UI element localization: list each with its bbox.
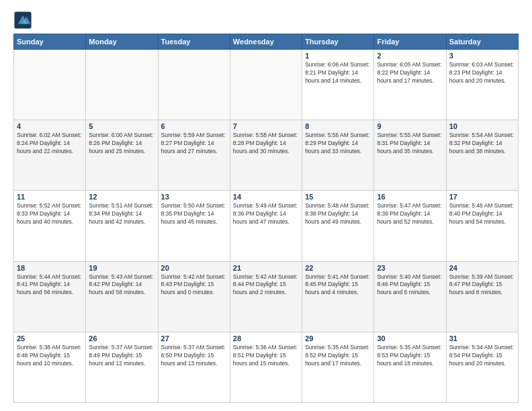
day-info: Sunrise: 5:41 AM Sunset: 8:45 PM Dayligh…	[305, 273, 371, 298]
calendar-cell-w4d3: 28Sunrise: 5:36 AM Sunset: 8:51 PM Dayli…	[230, 332, 302, 402]
day-number: 2	[377, 52, 443, 60]
calendar-week-0: 1Sunrise: 6:06 AM Sunset: 8:21 PM Daylig…	[14, 50, 519, 120]
calendar-cell-w1d6: 10Sunrise: 5:54 AM Sunset: 8:32 PM Dayli…	[446, 120, 518, 191]
calendar-cell-w1d1: 5Sunrise: 6:00 AM Sunset: 8:26 PM Daylig…	[86, 120, 158, 191]
day-number: 30	[377, 334, 443, 342]
day-info: Sunrise: 5:54 AM Sunset: 8:32 PM Dayligh…	[449, 132, 515, 156]
day-number: 16	[377, 193, 443, 201]
day-info: Sunrise: 5:56 AM Sunset: 8:29 PM Dayligh…	[305, 132, 371, 156]
calendar-cell-w2d3: 14Sunrise: 5:49 AM Sunset: 8:36 PM Dayli…	[230, 191, 302, 261]
day-number: 29	[305, 334, 371, 342]
day-number: 23	[377, 264, 443, 272]
day-info: Sunrise: 5:55 AM Sunset: 8:31 PM Dayligh…	[377, 132, 443, 156]
day-number: 18	[17, 264, 83, 272]
header	[13, 11, 519, 30]
calendar-cell-w0d5: 2Sunrise: 6:05 AM Sunset: 8:22 PM Daylig…	[374, 50, 446, 120]
day-number: 22	[305, 264, 371, 272]
day-info: Sunrise: 5:52 AM Sunset: 8:33 PM Dayligh…	[17, 202, 83, 226]
calendar-cell-w1d0: 4Sunrise: 6:02 AM Sunset: 8:24 PM Daylig…	[14, 120, 86, 191]
calendar-table: SundayMondayTuesdayWednesdayThursdayFrid…	[13, 34, 519, 403]
calendar-cell-w0d3	[230, 50, 302, 120]
calendar-cell-w0d0	[14, 50, 86, 120]
day-number: 26	[89, 334, 154, 342]
calendar-cell-w0d1	[86, 50, 158, 120]
calendar-cell-w3d6: 24Sunrise: 5:39 AM Sunset: 8:47 PM Dayli…	[446, 261, 518, 332]
calendar-cell-w2d6: 17Sunrise: 5:46 AM Sunset: 8:40 PM Dayli…	[446, 191, 518, 261]
day-info: Sunrise: 5:49 AM Sunset: 8:36 PM Dayligh…	[233, 202, 299, 226]
calendar-header-tuesday: Tuesday	[158, 34, 230, 50]
calendar-week-3: 18Sunrise: 5:44 AM Sunset: 8:41 PM Dayli…	[14, 261, 519, 332]
day-info: Sunrise: 6:03 AM Sunset: 8:23 PM Dayligh…	[449, 61, 515, 85]
day-info: Sunrise: 6:05 AM Sunset: 8:22 PM Dayligh…	[377, 61, 443, 85]
calendar-header-wednesday: Wednesday	[230, 34, 302, 50]
day-number: 31	[449, 334, 515, 342]
day-info: Sunrise: 5:42 AM Sunset: 8:44 PM Dayligh…	[233, 273, 299, 298]
calendar-cell-w0d2	[158, 50, 230, 120]
day-number: 5	[89, 122, 154, 130]
logo-icon	[13, 11, 32, 30]
day-number: 10	[449, 122, 515, 130]
day-info: Sunrise: 5:36 AM Sunset: 8:51 PM Dayligh…	[233, 344, 299, 368]
calendar-cell-w3d3: 21Sunrise: 5:42 AM Sunset: 8:44 PM Dayli…	[230, 261, 302, 332]
day-number: 7	[233, 122, 299, 130]
day-info: Sunrise: 6:06 AM Sunset: 8:21 PM Dayligh…	[305, 61, 371, 85]
day-number: 13	[161, 193, 227, 201]
day-info: Sunrise: 5:35 AM Sunset: 8:53 PM Dayligh…	[377, 344, 443, 368]
calendar-header-friday: Friday	[374, 34, 446, 50]
calendar-cell-w4d0: 25Sunrise: 5:38 AM Sunset: 8:48 PM Dayli…	[14, 332, 86, 402]
calendar-header-sunday: Sunday	[14, 34, 86, 50]
calendar-cell-w2d4: 15Sunrise: 5:48 AM Sunset: 8:38 PM Dayli…	[302, 191, 374, 261]
day-info: Sunrise: 5:38 AM Sunset: 8:48 PM Dayligh…	[17, 344, 83, 368]
calendar-header-row: SundayMondayTuesdayWednesdayThursdayFrid…	[14, 34, 519, 50]
calendar-cell-w2d5: 16Sunrise: 5:47 AM Sunset: 8:39 PM Dayli…	[374, 191, 446, 261]
day-number: 17	[449, 193, 515, 201]
day-info: Sunrise: 5:47 AM Sunset: 8:39 PM Dayligh…	[377, 202, 443, 226]
day-info: Sunrise: 6:02 AM Sunset: 8:24 PM Dayligh…	[17, 132, 83, 156]
day-info: Sunrise: 5:35 AM Sunset: 8:52 PM Dayligh…	[305, 344, 371, 368]
day-number: 11	[17, 193, 83, 201]
day-info: Sunrise: 5:58 AM Sunset: 8:28 PM Dayligh…	[233, 132, 299, 156]
calendar-cell-w4d1: 26Sunrise: 5:37 AM Sunset: 8:49 PM Dayli…	[86, 332, 158, 402]
day-info: Sunrise: 5:59 AM Sunset: 8:27 PM Dayligh…	[161, 132, 227, 156]
day-info: Sunrise: 6:00 AM Sunset: 8:26 PM Dayligh…	[89, 132, 154, 156]
calendar-cell-w1d5: 9Sunrise: 5:55 AM Sunset: 8:31 PM Daylig…	[374, 120, 446, 191]
calendar-cell-w4d4: 29Sunrise: 5:35 AM Sunset: 8:52 PM Dayli…	[302, 332, 374, 402]
calendar-week-1: 4Sunrise: 6:02 AM Sunset: 8:24 PM Daylig…	[14, 120, 519, 191]
calendar-week-4: 25Sunrise: 5:38 AM Sunset: 8:48 PM Dayli…	[14, 332, 519, 402]
day-number: 15	[305, 193, 371, 201]
calendar-cell-w4d6: 31Sunrise: 5:34 AM Sunset: 8:54 PM Dayli…	[446, 332, 518, 402]
day-number: 25	[17, 334, 83, 342]
calendar-week-2: 11Sunrise: 5:52 AM Sunset: 8:33 PM Dayli…	[14, 191, 519, 261]
calendar-cell-w1d3: 7Sunrise: 5:58 AM Sunset: 8:28 PM Daylig…	[230, 120, 302, 191]
day-info: Sunrise: 5:37 AM Sunset: 8:49 PM Dayligh…	[89, 344, 154, 368]
day-info: Sunrise: 5:48 AM Sunset: 8:38 PM Dayligh…	[305, 202, 371, 226]
calendar-cell-w2d0: 11Sunrise: 5:52 AM Sunset: 8:33 PM Dayli…	[14, 191, 86, 261]
day-info: Sunrise: 5:34 AM Sunset: 8:54 PM Dayligh…	[449, 344, 515, 368]
calendar-cell-w0d6: 3Sunrise: 6:03 AM Sunset: 8:23 PM Daylig…	[446, 50, 518, 120]
calendar-cell-w3d0: 18Sunrise: 5:44 AM Sunset: 8:41 PM Dayli…	[14, 261, 86, 332]
day-info: Sunrise: 5:39 AM Sunset: 8:47 PM Dayligh…	[449, 273, 515, 298]
calendar-cell-w4d2: 27Sunrise: 5:37 AM Sunset: 8:50 PM Dayli…	[158, 332, 230, 402]
page: SundayMondayTuesdayWednesdayThursdayFrid…	[0, 0, 532, 411]
day-info: Sunrise: 5:51 AM Sunset: 8:34 PM Dayligh…	[89, 202, 154, 226]
calendar-header-saturday: Saturday	[446, 34, 518, 50]
day-number: 19	[89, 264, 154, 272]
day-number: 27	[161, 334, 227, 342]
calendar-cell-w0d4: 1Sunrise: 6:06 AM Sunset: 8:21 PM Daylig…	[302, 50, 374, 120]
calendar-header-thursday: Thursday	[302, 34, 374, 50]
day-info: Sunrise: 5:43 AM Sunset: 8:42 PM Dayligh…	[89, 273, 154, 298]
day-info: Sunrise: 5:40 AM Sunset: 8:46 PM Dayligh…	[377, 273, 443, 298]
day-number: 28	[233, 334, 299, 342]
calendar-cell-w1d2: 6Sunrise: 5:59 AM Sunset: 8:27 PM Daylig…	[158, 120, 230, 191]
day-number: 8	[305, 122, 371, 130]
calendar-cell-w4d5: 30Sunrise: 5:35 AM Sunset: 8:53 PM Dayli…	[374, 332, 446, 402]
calendar-cell-w3d2: 20Sunrise: 5:42 AM Sunset: 8:43 PM Dayli…	[158, 261, 230, 332]
calendar-cell-w2d2: 13Sunrise: 5:50 AM Sunset: 8:35 PM Dayli…	[158, 191, 230, 261]
day-info: Sunrise: 5:42 AM Sunset: 8:43 PM Dayligh…	[161, 273, 227, 298]
day-info: Sunrise: 5:44 AM Sunset: 8:41 PM Dayligh…	[17, 273, 83, 298]
calendar-cell-w1d4: 8Sunrise: 5:56 AM Sunset: 8:29 PM Daylig…	[302, 120, 374, 191]
day-info: Sunrise: 5:37 AM Sunset: 8:50 PM Dayligh…	[161, 344, 227, 368]
day-number: 14	[233, 193, 299, 201]
calendar-header-monday: Monday	[86, 34, 158, 50]
calendar-cell-w3d5: 23Sunrise: 5:40 AM Sunset: 8:46 PM Dayli…	[374, 261, 446, 332]
